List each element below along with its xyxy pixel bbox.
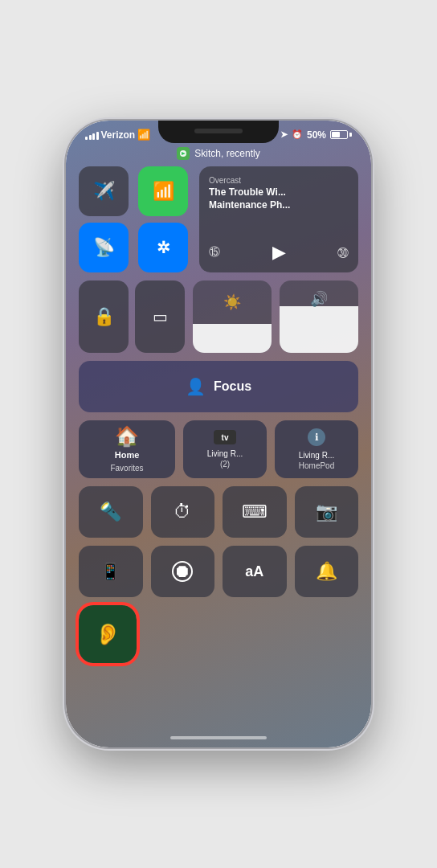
connectivity-grid: ✈️ 📶 📡 ✲ [79, 166, 191, 272]
lock-rotation-icon: 🔒 [93, 306, 115, 327]
signal-bars [85, 130, 99, 140]
signal-bar-4 [96, 132, 99, 140]
status-right: ➤ ⏰ 50% [280, 129, 352, 141]
top-section: ✈️ 📶 📡 ✲ [79, 166, 358, 272]
timer-button[interactable]: ⏱ [151, 486, 215, 538]
focus-button[interactable]: 👤 Focus [79, 361, 358, 412]
apple-tv-count-label: (2) [220, 460, 230, 469]
recent-app-banner[interactable]: Skitch, recently [66, 147, 371, 160]
calculator-button[interactable]: ⌨ [223, 486, 287, 538]
cellular-icon: 📶 [153, 181, 174, 202]
hearing-icon: 👂 [95, 622, 120, 647]
cellular-button[interactable]: 📶 [138, 166, 188, 216]
battery-icon [330, 130, 352, 139]
bottom-row: 👂 [79, 605, 358, 663]
brightness-slider[interactable]: ☀️ [193, 280, 272, 353]
sound-recognition-button[interactable]: 🔔 [295, 546, 359, 597]
person-icon: 👤 [186, 377, 206, 396]
screen-record-button[interactable]: ⏺ [151, 546, 215, 597]
now-playing-widget[interactable]: Overcast The Trouble Wi... Maintenance P… [199, 166, 358, 272]
screen-mirror-button[interactable]: ▭ [135, 280, 185, 353]
control-center: ✈️ 📶 📡 ✲ [66, 166, 371, 684]
carrier-label: Verizon [101, 129, 136, 141]
camera-icon: 📷 [316, 502, 337, 522]
bluetooth-button[interactable]: ✲ [138, 223, 188, 272]
calculator-icon: ⌨ [242, 502, 268, 522]
np-play-button[interactable]: ▶ [272, 242, 286, 263]
home-row: 🏠 Home Favorites tv Living R... (2) ℹ Li… [79, 420, 358, 478]
camera-button[interactable]: 📷 [295, 486, 359, 538]
home-indicator[interactable] [170, 736, 267, 739]
apple-tv-logo: tv [214, 430, 236, 444]
home-icon: 🏠 [115, 425, 139, 448]
np-forward-button[interactable]: ㉚ [337, 246, 349, 259]
remote-icon: 📱 [100, 562, 120, 581]
homepod-button[interactable]: ℹ Living R... HomePod [275, 420, 358, 478]
location-icon: ➤ [280, 129, 288, 140]
screen-mirror-icon: ▭ [153, 307, 168, 326]
brightness-icon: ☀️ [223, 293, 241, 311]
volume-fill [280, 306, 358, 354]
wifi-toggle-icon: 📡 [93, 237, 115, 258]
screen-record-icon: ⏺ [172, 561, 193, 582]
flashlight-button[interactable]: 🔦 [79, 486, 143, 538]
second-row: 🔒 ▭ ☀️ 🔊 [79, 280, 358, 353]
homepod-room-label: Living R... [299, 451, 334, 460]
remote-button[interactable]: 📱 [79, 546, 143, 597]
tools-row: 🔦 ⏱ ⌨ 📷 [79, 486, 358, 538]
lock-rotation-button[interactable]: 🔒 [79, 280, 129, 353]
volume-icon: 🔊 [310, 290, 328, 308]
screen: Verizon 📶 ➤ ⏰ 50% [66, 121, 371, 747]
flashlight-icon: 🔦 [100, 502, 121, 522]
text-size-icon: aA [245, 563, 263, 580]
rotation-mirror-group: 🔒 ▭ [79, 280, 185, 353]
signal-bar-2 [89, 135, 92, 140]
sound-icon: 🔔 [316, 561, 337, 582]
battery-percent: 50% [307, 129, 326, 141]
notch [158, 121, 279, 143]
np-app: Overcast [209, 176, 349, 185]
hearing-devices-button[interactable]: 👂 [79, 605, 137, 663]
home-title-label: Home [115, 449, 140, 461]
focus-label: Focus [214, 379, 251, 394]
home-favorites-button[interactable]: 🏠 Home Favorites [79, 420, 175, 478]
alarm-icon: ⏰ [292, 129, 303, 140]
homepod-type-label: HomePod [299, 461, 334, 470]
wifi-button[interactable]: 📡 [79, 223, 129, 272]
signal-bar-3 [92, 133, 95, 140]
airplane-icon: ✈️ [93, 181, 115, 202]
apple-tv-button[interactable]: tv Living R... (2) [183, 420, 267, 478]
np-subtitle: Maintenance Ph... [209, 199, 349, 212]
np-title: The Trouble Wi... [209, 186, 349, 199]
status-left: Verizon 📶 [85, 129, 150, 141]
wifi-icon: 📶 [137, 129, 150, 141]
np-rewind-button[interactable]: ⑮ [209, 245, 220, 260]
skitch-icon [177, 147, 190, 160]
now-playing-title: Overcast The Trouble Wi... Maintenance P… [209, 176, 349, 211]
bluetooth-icon: ✲ [157, 238, 170, 257]
tools-row-2: 📱 ⏺ aA 🔔 [79, 546, 358, 597]
volume-slider[interactable]: 🔊 [280, 280, 358, 353]
homepod-icon: ℹ [308, 428, 325, 446]
speaker-grille [194, 129, 243, 133]
signal-bar-1 [85, 137, 88, 140]
phone-frame: Verizon 📶 ➤ ⏰ 50% [66, 121, 371, 747]
timer-icon: ⏱ [174, 502, 191, 522]
brightness-fill [193, 324, 272, 353]
recent-app-label: Skitch, recently [194, 148, 259, 159]
home-subtitle-label: Favorites [110, 463, 143, 473]
text-size-button[interactable]: aA [223, 546, 287, 597]
focus-row: 👤 Focus [79, 361, 358, 412]
np-controls: ⑮ ▶ ㉚ [209, 242, 349, 263]
apple-tv-room-label: Living R... [207, 449, 243, 458]
airplane-mode-button[interactable]: ✈️ [79, 166, 129, 216]
